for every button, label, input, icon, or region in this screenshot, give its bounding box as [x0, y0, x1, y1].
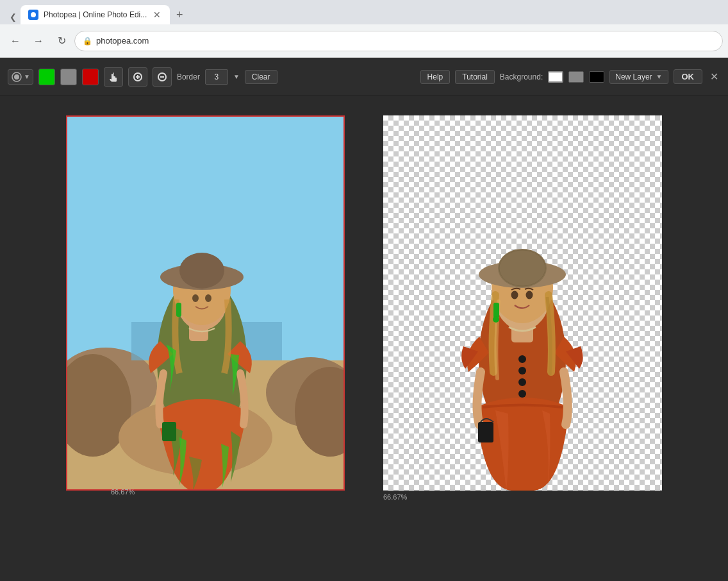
svg-point-21 [179, 253, 224, 289]
svg-rect-24 [176, 303, 181, 317]
brush-selector[interactable]: ▼ [8, 69, 33, 85]
background-label: Background: [500, 72, 543, 81]
back-button[interactable]: ← [5, 31, 26, 51]
svg-point-40 [493, 316, 499, 323]
svg-point-2 [14, 74, 19, 80]
svg-point-0 [31, 12, 36, 17]
border-dropdown-arrow[interactable]: ▼ [233, 73, 240, 80]
refresh-button[interactable]: ↻ [51, 31, 72, 51]
svg-point-22 [192, 294, 199, 302]
left-zoom-label: 66.67% [111, 488, 390, 496]
active-tab[interactable]: Photopea | Online Photo Edi... ✕ [21, 5, 170, 24]
preview-person [383, 115, 662, 491]
tab-favicon [28, 10, 38, 20]
svg-rect-39 [493, 303, 499, 318]
border-input[interactable] [205, 69, 228, 85]
clear-button[interactable]: Clear [245, 70, 277, 84]
preview-container[interactable] [383, 115, 662, 491]
close-button[interactable]: ✕ [707, 71, 720, 83]
svg-point-28 [518, 367, 526, 375]
green-swatch[interactable] [38, 69, 55, 85]
address-lock-icon: 🔒 [83, 37, 92, 46]
hand-tool-button[interactable] [104, 67, 123, 87]
tutorial-button[interactable]: Tutorial [455, 70, 495, 84]
gray-swatch[interactable] [60, 69, 77, 85]
svg-point-29 [518, 378, 526, 386]
new-layer-label: New Layer [615, 72, 652, 81]
tab-title: Photopea | Online Photo Edi... [44, 10, 147, 19]
svg-point-27 [518, 355, 526, 363]
svg-point-30 [518, 390, 526, 398]
subtract-tool-button[interactable] [153, 67, 172, 87]
background-gray-button[interactable] [568, 71, 584, 83]
svg-point-23 [205, 294, 211, 302]
brush-dropdown-arrow: ▼ [24, 73, 30, 80]
tab-close-icon[interactable]: ✕ [152, 10, 162, 20]
background-white-button[interactable] [548, 71, 563, 83]
forward-button[interactable]: → [28, 31, 49, 51]
help-button[interactable]: Help [420, 70, 451, 84]
left-panel: 66.67% [66, 115, 345, 501]
svg-point-35 [498, 249, 547, 287]
address-bar[interactable]: 🔒 photopea.com [74, 31, 723, 51]
new-layer-arrow-icon: ▼ [656, 73, 663, 80]
add-tool-button[interactable] [128, 67, 147, 87]
right-zoom-label: 66.67% [383, 493, 662, 501]
svg-rect-25 [162, 422, 176, 441]
svg-rect-41 [478, 422, 493, 442]
address-text: photopea.com [96, 36, 149, 46]
tab-list-button[interactable]: ❮ [5, 9, 21, 24]
red-swatch[interactable] [82, 69, 99, 85]
border-label: Border [177, 72, 200, 81]
new-tab-button[interactable]: + [170, 5, 189, 24]
svg-point-38 [526, 291, 533, 299]
new-layer-dropdown[interactable]: New Layer ▼ [609, 70, 668, 84]
ok-button[interactable]: OK [674, 69, 703, 84]
background-black-button[interactable] [589, 71, 604, 83]
left-image-container[interactable] [66, 115, 345, 491]
right-panel: 66.67% [383, 115, 662, 501]
svg-point-37 [511, 291, 518, 299]
